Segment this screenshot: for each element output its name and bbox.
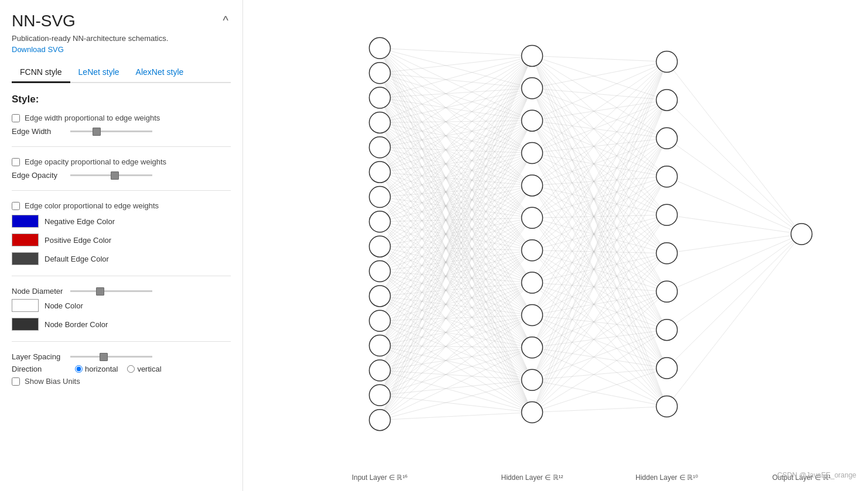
default-edge-color-swatch[interactable] [12, 252, 39, 265]
svg-point-357 [657, 320, 678, 341]
direction-row: Direction horizontal vertical [12, 365, 231, 373]
svg-point-331 [370, 261, 391, 282]
svg-point-324 [370, 87, 391, 108]
svg-line-315 [667, 177, 802, 234]
edge-width-slider-wrapper [70, 131, 231, 132]
divider-3 [12, 276, 231, 276]
svg-line-316 [667, 215, 802, 234]
negative-edge-color-label: Negative Edge Color [45, 217, 115, 226]
svg-line-193 [532, 56, 667, 100]
edge-width-slider[interactable] [70, 131, 152, 132]
edge-opacity-slider-row: Edge Opacity [12, 171, 231, 180]
hidden1-layer-label: Hidden Layer ∈ ℝ¹² [501, 473, 563, 482]
edge-width-label: Edge Width [12, 127, 64, 136]
style-tabs: FCNN style LeNet style AlexNet style [12, 63, 231, 83]
svg-line-312 [667, 61, 802, 234]
edge-opacity-slider[interactable] [70, 174, 152, 176]
svg-line-257 [532, 250, 667, 253]
svg-line-14 [380, 73, 532, 121]
default-edge-color-label: Default Edge Color [45, 255, 109, 263]
svg-line-287 [532, 253, 667, 348]
svg-line-140 [380, 315, 532, 321]
direction-vertical-radio[interactable] [127, 365, 135, 373]
svg-line-269 [532, 283, 667, 330]
node-diameter-slider-wrapper [70, 290, 231, 292]
nn-graph [370, 37, 812, 430]
edge-color-checkbox[interactable] [12, 202, 20, 210]
svg-point-348 [522, 369, 543, 390]
svg-line-241 [532, 186, 667, 407]
edge-width-checkbox[interactable] [12, 114, 20, 122]
node-border-color-label: Node Border Color [45, 320, 108, 329]
edge-width-slider-row: Edge Width [12, 127, 231, 136]
svg-point-358 [657, 358, 678, 379]
svg-point-341 [522, 143, 543, 164]
svg-point-350 [657, 51, 678, 72]
svg-line-271 [532, 283, 667, 406]
node-color-label: Node Color [45, 301, 83, 310]
svg-point-334 [370, 335, 391, 356]
svg-point-330 [370, 236, 391, 257]
svg-point-347 [522, 337, 543, 358]
show-bias-checkbox[interactable] [12, 377, 20, 386]
svg-line-155 [380, 346, 532, 413]
svg-line-12 [380, 56, 532, 73]
svg-line-192 [532, 56, 667, 61]
layer-spacing-slider-wrapper [70, 356, 231, 358]
svg-point-345 [522, 272, 543, 293]
show-bias-row: Show Bias Units [12, 377, 231, 386]
negative-edge-color-swatch[interactable] [12, 215, 39, 228]
direction-label: Direction [12, 365, 64, 373]
svg-line-187 [380, 283, 532, 420]
svg-point-349 [522, 402, 543, 423]
edge-opacity-checkbox[interactable] [12, 158, 20, 166]
negative-color-row: Negative Edge Color [12, 215, 231, 228]
svg-line-301 [532, 380, 667, 406]
svg-line-292 [532, 61, 667, 380]
node-border-color-swatch[interactable] [12, 318, 39, 331]
tab-lenet[interactable]: LeNet style [70, 63, 128, 83]
direction-horizontal-radio[interactable] [75, 365, 83, 373]
layer-spacing-slider[interactable] [70, 356, 152, 358]
svg-point-337 [370, 410, 391, 431]
direction-horizontal-label: horizontal [75, 365, 118, 373]
svg-line-314 [667, 138, 802, 234]
layer-spacing-slider-row: Layer Spacing [12, 352, 231, 361]
node-diameter-slider[interactable] [70, 290, 152, 292]
svg-line-321 [667, 234, 802, 407]
svg-point-322 [370, 37, 391, 59]
collapse-button[interactable]: ^ [221, 12, 231, 30]
svg-point-343 [522, 207, 543, 228]
tab-fcnn[interactable]: FCNN style [12, 63, 70, 83]
svg-line-190 [380, 380, 532, 420]
positive-edge-color-label: Positive Edge Color [45, 236, 111, 245]
positive-edge-color-swatch[interactable] [12, 234, 39, 246]
divider-2 [12, 190, 231, 191]
tab-alexnet[interactable]: AlexNet style [128, 63, 192, 83]
svg-line-318 [667, 234, 802, 291]
download-svg-link[interactable]: Download SVG [12, 45, 64, 54]
svg-line-15 [380, 73, 532, 153]
svg-line-169 [380, 88, 532, 396]
direction-vertical-text: vertical [137, 365, 161, 373]
edge-width-checkbox-row: Edge width proportional to edge weights [12, 114, 231, 122]
svg-line-201 [532, 56, 667, 406]
svg-line-176 [380, 315, 532, 395]
svg-line-195 [532, 56, 667, 176]
edge-color-checkbox-row: Edge color proportional to edge weights [12, 201, 231, 210]
svg-line-36 [380, 56, 532, 122]
svg-line-248 [532, 218, 667, 291]
show-bias-label: Show Bias Units [25, 377, 80, 386]
svg-point-326 [370, 137, 391, 158]
svg-line-91 [380, 222, 532, 283]
svg-line-255 [532, 177, 667, 250]
style-section-title: Style: [12, 94, 231, 105]
svg-point-344 [522, 240, 543, 261]
svg-line-22 [380, 73, 532, 380]
svg-line-256 [532, 215, 667, 250]
node-color-swatch[interactable] [12, 299, 39, 312]
svg-point-333 [370, 310, 391, 331]
svg-line-168 [380, 56, 532, 395]
svg-line-191 [380, 413, 532, 420]
svg-line-202 [532, 61, 667, 88]
